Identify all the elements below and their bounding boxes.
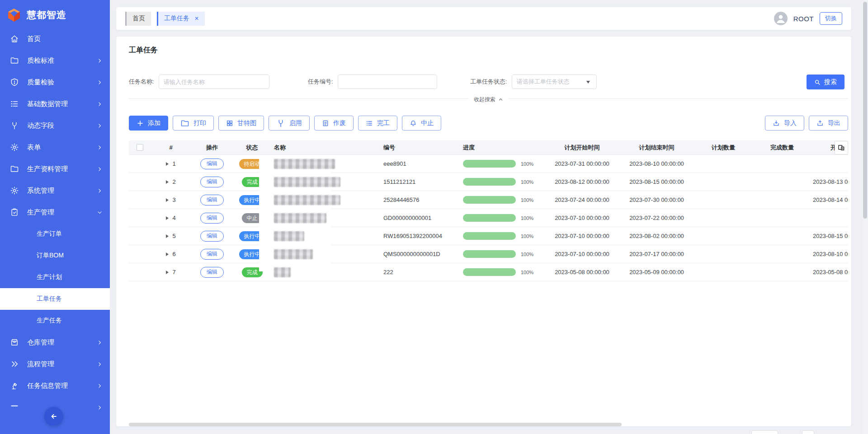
row-plan-end-cell: 2023-07-22 00:00:00 bbox=[619, 209, 694, 227]
sidebar-item-production[interactable]: 生产管理 bbox=[0, 201, 110, 223]
close-icon[interactable]: ✕ bbox=[194, 16, 199, 21]
row-select-cell bbox=[129, 263, 151, 281]
header-col-label: 状态 bbox=[246, 144, 258, 152]
sidebar-collapse-button[interactable] bbox=[44, 407, 63, 426]
sidebar-item-base-data[interactable]: 基础数据管理 bbox=[0, 93, 110, 115]
header-col-label: 名称 bbox=[274, 144, 286, 152]
sidebar-item-home[interactable]: 首页 bbox=[0, 28, 110, 50]
sidebar-item-warehouse[interactable]: 仓库管理 bbox=[0, 331, 110, 353]
void-button[interactable]: 作废 bbox=[314, 116, 354, 131]
tab-work-order-task[interactable]: 工单任务✕ bbox=[157, 12, 205, 26]
import-button[interactable]: 导入 bbox=[765, 116, 804, 131]
tab-home[interactable]: 首页 bbox=[125, 12, 151, 26]
add-button[interactable]: 添加 bbox=[129, 116, 168, 131]
progress-bar bbox=[463, 268, 516, 276]
row-actual-start-cell: 2023-08-14 00:00:00 bbox=[811, 191, 848, 209]
toolbar: 添加打印甘特图启用作废完工中止 导入导出 bbox=[129, 116, 848, 131]
sidebar-subitem-work-order-task[interactable]: 工单任务 bbox=[0, 288, 110, 310]
row-expand-caret[interactable] bbox=[166, 216, 169, 220]
row-code-cell: eee8901 bbox=[382, 155, 461, 173]
finish-button[interactable]: 完工 bbox=[358, 116, 397, 131]
export-button[interactable]: 导出 bbox=[809, 116, 848, 131]
row-actual-start-cell bbox=[811, 209, 848, 227]
print-button[interactable]: 打印 bbox=[173, 116, 214, 131]
edit-button[interactable]: 编辑 bbox=[200, 177, 224, 187]
row-expand-caret[interactable] bbox=[166, 271, 169, 274]
header-col-0 bbox=[129, 140, 151, 154]
sidebar-item-quality-inspection[interactable]: 质量检验 bbox=[0, 71, 110, 93]
pagination-size-select[interactable] bbox=[751, 430, 778, 434]
vertical-scrollbar[interactable] bbox=[862, 0, 868, 434]
chev-right-icon bbox=[97, 58, 103, 64]
actual-start-time: 2023-08-15 00:00:00 bbox=[813, 233, 848, 239]
sidebar-item-qc-standard[interactable]: 质检标准 bbox=[0, 50, 110, 71]
sidebar-subitem-production-order[interactable]: 生产订单 bbox=[0, 223, 110, 245]
header-col-5: 编号 bbox=[382, 140, 461, 154]
collapse-search-toggle[interactable]: 收起搜索 bbox=[468, 96, 509, 103]
edit-button[interactable]: 编辑 bbox=[200, 231, 224, 242]
header-col-label: 完成数量 bbox=[770, 144, 794, 152]
row-plan-start-cell: 2023-07-31 00:00:00 bbox=[545, 155, 619, 173]
sidebar-item-label: 质量检验 bbox=[27, 78, 54, 87]
sidebar-item-process[interactable]: 流程管理 bbox=[0, 353, 110, 375]
select-all-checkbox[interactable] bbox=[137, 144, 143, 151]
toolbar-right: 导入导出 bbox=[765, 116, 848, 131]
edit-button[interactable]: 编辑 bbox=[200, 213, 224, 224]
filter-task-code: 任务编号: bbox=[308, 75, 437, 89]
tab-label: 工单任务 bbox=[164, 14, 189, 23]
row-plan-end-cell: 2023-05-09 00:00:00 bbox=[619, 263, 694, 281]
sidebar-item-system[interactable]: 系统管理 bbox=[0, 180, 110, 201]
row-index: 2 bbox=[172, 178, 175, 185]
user-avatar[interactable] bbox=[774, 12, 788, 25]
row-expand-caret[interactable] bbox=[166, 234, 169, 238]
sidebar-subitem-order-bom[interactable]: 订单BOM bbox=[0, 245, 110, 266]
print-button-label: 打印 bbox=[193, 119, 206, 127]
row-expand-caret[interactable] bbox=[166, 198, 169, 202]
actual-start-time: 2023-08-10 00:00:00 bbox=[813, 251, 848, 257]
chev-right-icon bbox=[97, 361, 103, 367]
enable-button[interactable]: 启用 bbox=[269, 116, 310, 131]
sidebar-item-dynamic-fields[interactable]: 动态字段 bbox=[0, 115, 110, 136]
row-expand-caret[interactable] bbox=[166, 180, 169, 184]
colset-icon bbox=[837, 144, 845, 152]
row-done-qty-cell bbox=[753, 245, 811, 263]
sidebar-item-production-materials[interactable]: 生产资料管理 bbox=[0, 158, 110, 180]
edit-button[interactable]: 编辑 bbox=[200, 195, 224, 205]
edit-button[interactable]: 编辑 bbox=[200, 159, 224, 169]
row-code: eee8901 bbox=[383, 160, 406, 167]
gantt-button[interactable]: 甘特图 bbox=[218, 116, 264, 131]
row-actions-cell: 编辑 bbox=[191, 155, 233, 173]
sidebar-item-label: 表单 bbox=[27, 143, 41, 152]
gear-icon bbox=[10, 143, 19, 152]
task-name-input[interactable] bbox=[159, 75, 269, 89]
task-code-input[interactable] bbox=[338, 75, 437, 89]
edit-button[interactable]: 编辑 bbox=[200, 249, 224, 260]
pagination-page-button[interactable] bbox=[802, 430, 814, 434]
chev-right-icon bbox=[97, 123, 103, 129]
header-col-label: 计划数量 bbox=[712, 144, 735, 152]
edit-button[interactable]: 编辑 bbox=[200, 267, 224, 278]
switch-user-button[interactable]: 切换 bbox=[820, 12, 842, 25]
row-actual-start-cell: 2023-08-13 00:00:00 bbox=[811, 173, 848, 191]
abort-button[interactable]: 中止 bbox=[402, 116, 441, 131]
row-expand-caret[interactable] bbox=[166, 162, 169, 166]
header-col-10: 完成数量 bbox=[753, 140, 811, 154]
sidebar-item-forms[interactable]: 表单 bbox=[0, 136, 110, 158]
sidebar-subitem-production-task[interactable]: 生产任务 bbox=[0, 310, 110, 331]
sidebar-item-task-info[interactable]: 任务信息管理 bbox=[0, 375, 110, 397]
row-index-cell: 5 bbox=[151, 227, 191, 245]
toolbar-left: 添加打印甘特图启用作废完工中止 bbox=[129, 116, 441, 131]
row-code: GD000000000001 bbox=[383, 215, 431, 221]
actual-start-time: 2023-05-08 00:00:00 bbox=[813, 269, 848, 275]
search-button[interactable]: 搜索 bbox=[807, 75, 844, 89]
row-expand-caret[interactable] bbox=[166, 252, 169, 256]
row-index-cell: 7 bbox=[151, 263, 191, 281]
arrow-left-icon bbox=[50, 412, 58, 420]
vertical-scrollbar-thumb[interactable] bbox=[863, 2, 867, 219]
sidebar-subitem-production-plan[interactable]: 生产计划 bbox=[0, 266, 110, 288]
header-col-9: 计划数量 bbox=[694, 140, 753, 154]
horizontal-scrollbar[interactable] bbox=[129, 423, 622, 426]
column-settings-button[interactable] bbox=[835, 141, 848, 154]
status-select[interactable]: 请选择工单任务状态 bbox=[512, 75, 597, 89]
table-row: 2编辑完成1511212121100%2023-08-12 00:00:0020… bbox=[129, 173, 848, 191]
